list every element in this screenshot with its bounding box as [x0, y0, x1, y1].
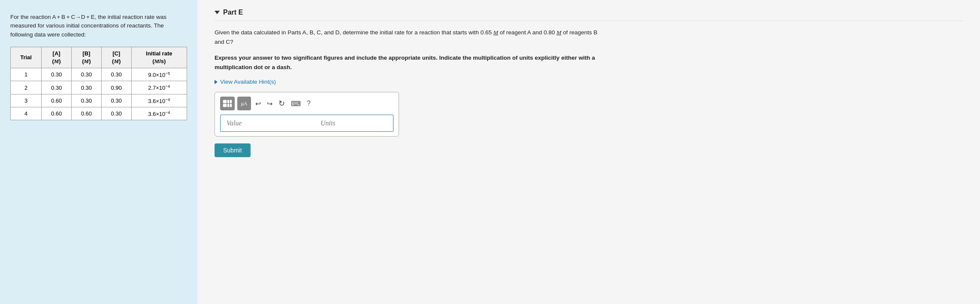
left-panel: For the reaction A + B + C→D + E, the in… — [0, 0, 197, 304]
svg-rect-1 — [227, 100, 229, 103]
right-panel: Part E Given the data calculated in Part… — [197, 0, 980, 304]
col-trial: Trial — [11, 47, 42, 68]
col-rate: Initial rate(M/s) — [131, 47, 187, 68]
table-row: 1 0.30 0.30 0.30 9.0×10−5 — [11, 68, 187, 81]
keyboard-button[interactable]: ⌨ — [289, 99, 302, 109]
mu-button[interactable]: μA — [237, 97, 251, 110]
col-b: [B](M) — [71, 47, 101, 68]
chevron-right-icon — [215, 80, 218, 84]
value-units-row — [220, 115, 393, 132]
hint-link[interactable]: View Available Hint(s) — [215, 79, 963, 85]
refresh-button[interactable]: ↻ — [277, 98, 287, 109]
undo-icon: ↩ — [255, 100, 261, 108]
chevron-down-icon[interactable] — [215, 11, 220, 14]
data-table: Trial [A](M) [B](M) [C](M) Initial rate(… — [10, 47, 187, 121]
question-text: Given the data calculated in Parts A, B,… — [215, 28, 601, 46]
keyboard-icon: ⌨ — [291, 100, 301, 108]
table-row: 2 0.30 0.30 0.90 2.7×10−4 — [11, 81, 187, 94]
hint-text: View Available Hint(s) — [220, 79, 276, 85]
grid-icon-button[interactable] — [220, 97, 235, 110]
instruction-text: Express your answer to two significant f… — [215, 53, 601, 72]
svg-rect-2 — [230, 100, 232, 103]
help-icon: ? — [307, 100, 311, 107]
table-row: 3 0.60 0.30 0.30 3.6×10−4 — [11, 94, 187, 107]
refresh-icon: ↻ — [278, 99, 285, 108]
table-row: 4 0.60 0.60 0.30 3.6×10−4 — [11, 107, 187, 120]
value-input[interactable] — [221, 115, 315, 131]
col-c: [C](M) — [101, 47, 131, 68]
svg-rect-5 — [230, 104, 232, 107]
units-input[interactable] — [315, 115, 393, 131]
submit-label: Submit — [223, 147, 242, 154]
undo-button[interactable]: ↩ — [254, 99, 263, 109]
svg-rect-4 — [227, 104, 229, 107]
col-a: [A](M) — [42, 47, 72, 68]
redo-icon: ↪ — [267, 100, 272, 108]
problem-description: For the reaction A + B + C→D + E, the in… — [10, 13, 187, 39]
part-label: Part E — [223, 9, 243, 16]
answer-box: μA ↩ ↪ ↻ ⌨ ? — [215, 92, 399, 137]
part-header: Part E — [215, 9, 963, 21]
toolbar: μA ↩ ↪ ↻ ⌨ ? — [220, 97, 393, 110]
submit-button[interactable]: Submit — [215, 143, 251, 157]
mu-label: μA — [241, 100, 247, 107]
help-button[interactable]: ? — [305, 99, 312, 108]
svg-rect-0 — [223, 100, 227, 103]
redo-button[interactable]: ↪ — [265, 99, 274, 109]
grid-template-icon — [223, 100, 232, 107]
svg-rect-3 — [223, 104, 227, 107]
